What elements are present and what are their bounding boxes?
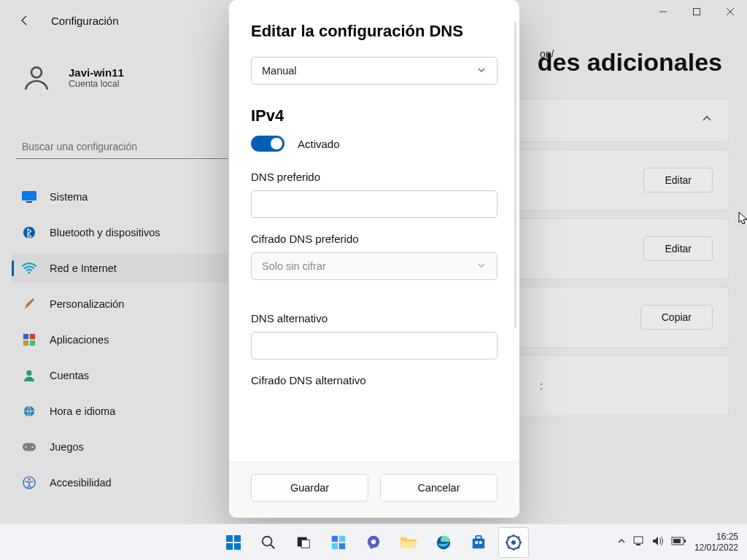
taskbar-clock[interactable]: 16:25 12/01/2022 bbox=[694, 532, 738, 553]
save-button[interactable]: Guardar bbox=[251, 474, 368, 502]
svg-rect-30 bbox=[332, 542, 338, 548]
alt-enc-label: Cifrado DNS alternativo bbox=[251, 374, 498, 386]
svg-rect-38 bbox=[475, 541, 478, 544]
svg-rect-27 bbox=[301, 540, 309, 548]
cancel-button[interactable]: Cancelar bbox=[380, 474, 498, 502]
svg-rect-51 bbox=[636, 544, 640, 545]
alt-dns-input[interactable] bbox=[251, 332, 498, 359]
svg-rect-53 bbox=[684, 540, 686, 542]
battery-icon[interactable] bbox=[671, 537, 686, 548]
svg-rect-21 bbox=[234, 535, 241, 542]
clock-time: 16:25 bbox=[694, 532, 738, 542]
svg-rect-34 bbox=[400, 541, 417, 548]
alt-dns-label: DNS alternativo bbox=[251, 312, 498, 324]
edge-icon[interactable] bbox=[428, 527, 459, 558]
svg-rect-28 bbox=[332, 535, 338, 541]
toggle-label: Activado bbox=[298, 138, 340, 150]
tray-chevron-up-icon[interactable] bbox=[617, 537, 626, 548]
preferred-enc-select[interactable]: Solo sin cifrar bbox=[251, 252, 498, 280]
cursor-icon bbox=[738, 211, 747, 226]
select-value: Manual bbox=[262, 65, 297, 77]
svg-line-48 bbox=[518, 537, 519, 538]
preferred-dns-label: DNS preferido bbox=[251, 171, 498, 183]
dns-settings-dialog: Editar la configuración DNS Manual IPv4 … bbox=[229, 0, 519, 518]
clock-date: 12/01/2022 bbox=[694, 542, 738, 553]
svg-rect-39 bbox=[479, 541, 482, 544]
select-value: Solo sin cifrar bbox=[262, 260, 326, 272]
svg-line-25 bbox=[271, 544, 275, 548]
chat-icon[interactable] bbox=[358, 527, 389, 558]
svg-rect-23 bbox=[234, 543, 241, 550]
settings-app-icon[interactable] bbox=[498, 527, 529, 558]
ipv4-heading: IPv4 bbox=[251, 106, 498, 125]
svg-rect-36 bbox=[473, 538, 485, 548]
chevron-down-icon bbox=[476, 260, 487, 273]
svg-rect-20 bbox=[226, 535, 233, 542]
dns-mode-select[interactable]: Manual bbox=[251, 57, 498, 85]
widgets-icon[interactable] bbox=[323, 527, 354, 558]
store-icon[interactable] bbox=[463, 527, 494, 558]
svg-rect-31 bbox=[339, 542, 345, 548]
system-tray[interactable]: 16:25 12/01/2022 bbox=[617, 532, 738, 553]
start-button[interactable] bbox=[218, 527, 249, 558]
svg-rect-50 bbox=[634, 537, 643, 543]
svg-line-46 bbox=[508, 537, 509, 538]
svg-rect-22 bbox=[226, 543, 233, 550]
task-view-icon[interactable] bbox=[288, 527, 319, 558]
network-icon[interactable] bbox=[633, 536, 645, 548]
taskbar: 16:25 12/01/2022 bbox=[0, 524, 747, 560]
preferred-dns-input[interactable] bbox=[251, 190, 498, 218]
svg-line-49 bbox=[508, 547, 509, 548]
ipv4-toggle[interactable] bbox=[251, 136, 285, 152]
svg-rect-29 bbox=[339, 535, 345, 541]
svg-line-47 bbox=[518, 547, 519, 548]
taskbar-search-icon[interactable] bbox=[253, 527, 284, 558]
chevron-down-icon bbox=[476, 65, 487, 77]
svg-point-33 bbox=[371, 539, 376, 543]
file-explorer-icon[interactable] bbox=[393, 527, 424, 558]
dialog-title: Editar la configuración DNS bbox=[251, 22, 498, 41]
svg-point-24 bbox=[263, 536, 272, 545]
volume-icon[interactable] bbox=[652, 536, 664, 548]
svg-point-41 bbox=[511, 540, 516, 545]
svg-rect-54 bbox=[673, 539, 681, 543]
scrollbar[interactable] bbox=[514, 22, 516, 328]
preferred-enc-label: Cifrado DNS preferido bbox=[251, 233, 498, 245]
svg-rect-37 bbox=[476, 535, 481, 539]
